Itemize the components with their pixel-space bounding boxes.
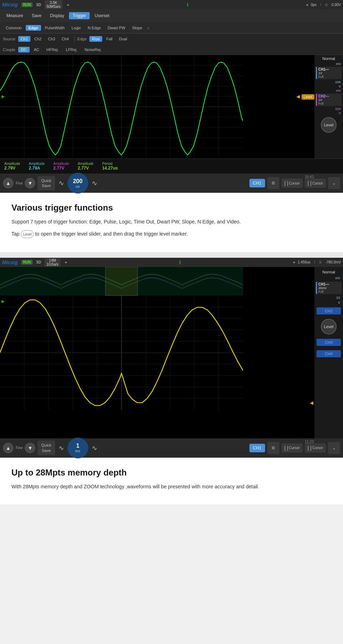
meas-1: Amplitude 2.79V bbox=[4, 162, 20, 171]
trig-edge[interactable]: Edge bbox=[26, 25, 41, 31]
scope2-fine-up-btn[interactable]: ▲ bbox=[3, 443, 14, 453]
cursor1-label: Cursor bbox=[289, 181, 300, 185]
scope2-ch1-label: CH1— bbox=[318, 282, 340, 286]
edge-rise[interactable]: Rise bbox=[89, 36, 102, 42]
ch2-voltage: 1V bbox=[318, 98, 340, 102]
trigger-level-marker[interactable]: ◄ Level bbox=[295, 94, 314, 100]
scope2-bottom-bar: ▲ Fine ▼ QuickSave ∿ 1 ms ∿ CH1 ≡ | | Cu… bbox=[0, 438, 343, 458]
ch2-v: V bbox=[315, 111, 342, 115]
meas-5-value: 14.27us bbox=[102, 166, 118, 171]
scope2-wave-left-btn[interactable]: ∿ bbox=[57, 444, 65, 452]
scope1-run-status: RUN bbox=[21, 2, 33, 7]
menu-userset[interactable]: Userset bbox=[91, 12, 113, 19]
scope2-ch3-btn[interactable]: CH3 bbox=[317, 339, 341, 346]
scope2-run-status: RUN bbox=[21, 260, 33, 265]
oscilloscope-2: Micsig RUN SD 14M 1GSa/s ◄ ► 1.456us / ①… bbox=[0, 258, 343, 458]
scope1-freq-block: 3.5K 50MSa/s bbox=[45, 0, 62, 9]
ch2-block[interactable]: CH2— 1V Full bbox=[316, 94, 342, 106]
scope2-time-circle[interactable]: 1 ms bbox=[68, 438, 88, 458]
scope2-timepos: 1.456us bbox=[298, 260, 310, 264]
scope2-expand-btn[interactable]: ⌄ bbox=[328, 442, 340, 454]
trig-common[interactable]: Common bbox=[3, 25, 25, 31]
scope2-ch1-select-btn[interactable]: CH1 bbox=[249, 444, 265, 452]
trig-pulsewidth[interactable]: PulseWidth bbox=[42, 25, 68, 31]
source-ch1[interactable]: Ch1 bbox=[18, 36, 30, 42]
scope2-ch1-1x: 1X bbox=[316, 296, 342, 300]
scope2-ch1-v: V bbox=[316, 301, 342, 305]
menu-display[interactable]: Display bbox=[46, 12, 68, 19]
source-label: Source bbox=[3, 37, 15, 41]
scope1-level-btn[interactable]: Level bbox=[321, 117, 337, 133]
source-ch4[interactable]: Ch4 bbox=[59, 36, 71, 42]
scope2-fine-down-btn[interactable]: ▼ bbox=[25, 443, 35, 453]
meas-4-value: 2.77V bbox=[78, 166, 93, 171]
scope2-quick-save-btn[interactable]: QuickSave bbox=[38, 441, 55, 455]
scope2-wave-right-btn[interactable]: ∿ bbox=[90, 444, 99, 452]
scope1-waveform: ◄ Level ► Normal mV CH1— 1V Full 10X V m… bbox=[0, 55, 343, 159]
section1-para2: Tap Level to open the trigger level slid… bbox=[11, 230, 332, 238]
source-ch2[interactable]: Ch2 bbox=[32, 36, 44, 42]
ch1-select-btn[interactable]: CH1 bbox=[249, 179, 265, 187]
meas-1-label: Amplitude bbox=[4, 162, 20, 166]
ch1-10x: 10X bbox=[315, 80, 342, 84]
meas-3-label: Amplitude bbox=[53, 162, 69, 166]
scope2-time-unit: ms bbox=[75, 449, 80, 453]
menu-measure[interactable]: Measure bbox=[3, 12, 27, 19]
couple-dc[interactable]: DC bbox=[18, 47, 30, 52]
edge-fall[interactable]: Fall bbox=[104, 36, 115, 42]
edge-dual[interactable]: Dual bbox=[116, 36, 130, 42]
trig-logic[interactable]: Logic bbox=[69, 25, 84, 31]
time-unit: us bbox=[76, 185, 80, 188]
meas-4: Amplitude 2.77V bbox=[78, 162, 93, 171]
cursor2-btn[interactable]: | | Cursor bbox=[305, 178, 326, 188]
scope1-trigger-icon: ① bbox=[325, 3, 328, 7]
ch1-mv: mV bbox=[315, 62, 342, 66]
fine-up-btn[interactable]: ▲ bbox=[3, 178, 14, 188]
expand-btn[interactable]: ⌄ bbox=[328, 177, 340, 189]
section2-title: Up to 28Mpts memory depth bbox=[11, 468, 332, 478]
scope2-level-btn[interactable]: Level bbox=[321, 319, 337, 334]
scope1-trigger-bar: Common Edge PulseWidth Logic N Edge Dwar… bbox=[0, 22, 343, 34]
scope2-ch2-btn[interactable]: CH2 bbox=[317, 307, 341, 315]
fine-down-btn[interactable]: ▼ bbox=[25, 178, 35, 188]
normal-label: Normal bbox=[322, 56, 335, 61]
meas-5-label: Period bbox=[102, 162, 118, 166]
cursor1-btn[interactable]: | | Cursor bbox=[282, 178, 303, 188]
menu-lines-btn[interactable]: ≡ bbox=[267, 177, 279, 189]
menu-trigger[interactable]: Trigger bbox=[69, 12, 90, 19]
source-divider bbox=[74, 36, 75, 42]
scope2-freq-block: 14M 1GSa/s bbox=[45, 258, 60, 267]
meas-2-label: Amplitude bbox=[29, 162, 44, 166]
scope1-time-display: 16:43 bbox=[305, 175, 314, 179]
trig-dwartpw[interactable]: Dwart PW bbox=[105, 25, 128, 31]
scope1-voltage: 0.00V bbox=[332, 3, 341, 7]
trig-nedge[interactable]: N Edge bbox=[85, 25, 104, 31]
couple-lfrej[interactable]: LFRej. bbox=[63, 47, 80, 52]
scope1-logo: Micsig bbox=[2, 2, 18, 7]
couple-ac[interactable]: AC bbox=[31, 47, 42, 52]
scope2-menu-lines-btn[interactable]: ≡ bbox=[267, 442, 279, 454]
scope2-cursor2-btn[interactable]: | | Cursor bbox=[305, 443, 326, 453]
text-section-2: Up to 28Mpts memory depth With 28Mpts me… bbox=[0, 458, 343, 505]
wave-right-btn[interactable]: ∿ bbox=[90, 179, 99, 187]
scope2-ch1-block[interactable]: CH1— 20mV Full bbox=[316, 282, 342, 294]
scope2-ch4-btn[interactable]: CH4 bbox=[317, 350, 341, 357]
ch1-voltage: 1V bbox=[318, 71, 340, 75]
trig-slope[interactable]: Slope bbox=[129, 25, 145, 31]
couple-hfrej[interactable]: HFRej. bbox=[44, 47, 61, 52]
ch2-label: CH2— bbox=[318, 94, 340, 98]
source-ch3[interactable]: Ch3 bbox=[45, 36, 58, 42]
wave-left-btn[interactable]: ∿ bbox=[57, 179, 65, 187]
scope2-trigger-icon: ① bbox=[319, 260, 322, 264]
quick-save-btn[interactable]: QuickSave bbox=[38, 176, 55, 191]
scope2-cursor1-btn[interactable]: | | Cursor bbox=[282, 443, 303, 453]
time-circle[interactable]: 200 us bbox=[68, 173, 88, 193]
section2-body: With 28Mpts memory depth and ZOOM techno… bbox=[11, 483, 332, 491]
section2-para1: With 28Mpts memory depth and ZOOM techno… bbox=[11, 483, 332, 491]
menu-save[interactable]: Save bbox=[28, 12, 45, 19]
scope1-slash: / bbox=[320, 3, 321, 7]
section1-body: Support 7 types of trigger function: Edg… bbox=[11, 218, 332, 238]
ch1-block[interactable]: CH1— 1V Full bbox=[316, 67, 342, 79]
meas-5: Period 14.27us bbox=[102, 162, 118, 171]
couple-noiserej[interactable]: NoiseRej. bbox=[82, 47, 105, 52]
